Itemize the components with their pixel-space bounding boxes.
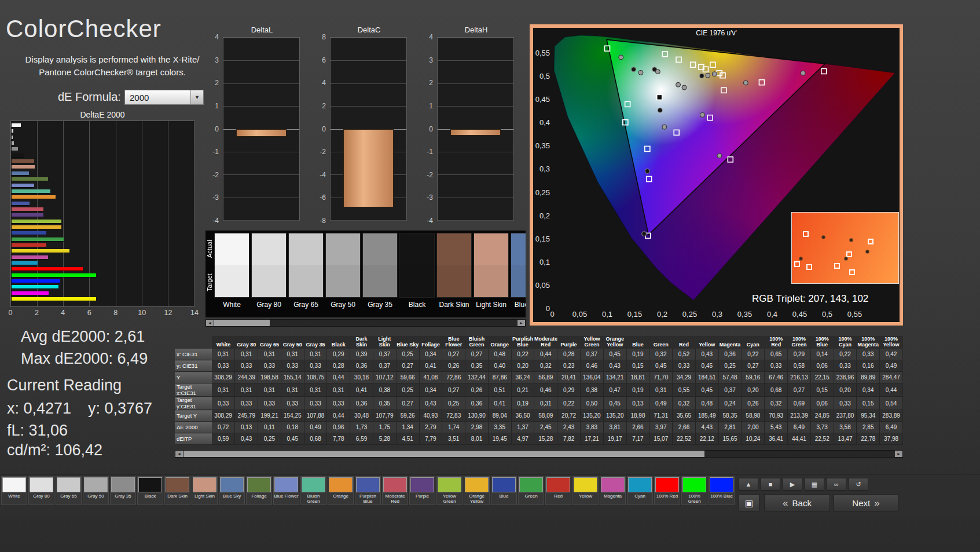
deltae-bar-foliage bbox=[12, 177, 48, 181]
deltaC-chart: DeltaC 86420-2-4-6-8 bbox=[315, 25, 413, 235]
table-cell: 0,51 bbox=[488, 383, 511, 397]
patch-button-white[interactable]: White bbox=[1, 476, 27, 505]
target-swatch bbox=[325, 265, 361, 298]
table-column-header: Dark Skin bbox=[350, 336, 373, 349]
patch-button-light-skin[interactable]: Light Skin bbox=[192, 476, 218, 505]
table-cell: 0,20 bbox=[742, 383, 765, 397]
table-cell: 5,28 bbox=[373, 433, 396, 445]
patch-button-yellow[interactable]: Yellow bbox=[572, 476, 599, 505]
table-column-header: Yellow Green bbox=[581, 336, 604, 349]
patch-button-blue[interactable]: Blue bbox=[491, 476, 517, 505]
axis-tick-label: 0,2 bbox=[651, 310, 674, 319]
patch-button-100pct-blue[interactable]: 100% Blue bbox=[709, 476, 735, 505]
scroll-left-arrow-icon[interactable]: ◄ bbox=[175, 451, 183, 457]
patch-button-gray-50[interactable]: Gray 50 bbox=[83, 476, 109, 505]
table-cell: 0,45 bbox=[281, 433, 304, 445]
patch-color-chip bbox=[166, 477, 189, 492]
gridline bbox=[438, 106, 513, 107]
measured-marker bbox=[706, 73, 710, 78]
table-cell: 1,75 bbox=[373, 422, 396, 433]
patch-button-yellow-green[interactable]: Yellow Green bbox=[436, 476, 463, 505]
table-cell: 2,98 bbox=[465, 422, 489, 433]
refresh-button[interactable]: ↺ bbox=[849, 478, 868, 491]
swatch-label: Light Skin bbox=[474, 301, 509, 309]
table-cell: 3,97 bbox=[649, 422, 673, 433]
table-cell: 0,33 bbox=[304, 397, 327, 410]
patch-color-chip bbox=[356, 477, 380, 492]
description: Display analysis is performed with the X… bbox=[16, 53, 208, 79]
patch-button-moderate-red[interactable]: Moderate Red bbox=[382, 476, 408, 505]
chevron-down-icon[interactable]: ▼ bbox=[190, 90, 203, 104]
table-cell: 0,46 bbox=[534, 383, 557, 397]
table-scrollbar[interactable]: ◄ ► bbox=[175, 450, 903, 458]
patch-button-blue-sky[interactable]: Blue Sky bbox=[219, 476, 245, 505]
patch-button-black[interactable]: Black bbox=[137, 476, 163, 505]
table-cell: 0,69 bbox=[788, 397, 811, 410]
table-cell: 0,35 bbox=[465, 360, 489, 372]
scroll-right-arrow-icon[interactable]: ► bbox=[895, 451, 902, 457]
table-column-header: Black bbox=[327, 336, 350, 349]
table-cell: 20,41 bbox=[557, 372, 581, 383]
measured-marker bbox=[645, 169, 649, 173]
stop-button[interactable]: ■ bbox=[761, 478, 780, 491]
patch-button-green[interactable]: Green bbox=[518, 476, 544, 505]
axis-tick-label: -3 bbox=[207, 193, 219, 202]
table-cell: 0,32 bbox=[534, 360, 557, 372]
patch-button-100pct-green[interactable]: 100% Green bbox=[681, 476, 707, 505]
patch-button-purple[interactable]: Purple bbox=[409, 476, 435, 505]
patch-button-foliage[interactable]: Foliage bbox=[246, 476, 272, 505]
table-cell: 0,22 bbox=[511, 349, 534, 360]
patch-button-gray-35[interactable]: Gray 35 bbox=[110, 476, 136, 505]
eject-button[interactable]: ▲ bbox=[739, 478, 758, 491]
table-cell: 30,18 bbox=[350, 372, 373, 383]
patch-button-orange[interactable]: Orange bbox=[328, 476, 354, 505]
inset-target-marker bbox=[806, 264, 812, 270]
patch-button-orange-yellow[interactable]: Orange Yellow bbox=[464, 476, 490, 505]
scrollbar-thumb[interactable] bbox=[183, 451, 704, 457]
patch-button-dark-skin[interactable]: Dark Skin bbox=[164, 476, 190, 505]
patch-button-100pct-red[interactable]: 100% Red bbox=[654, 476, 680, 505]
patch-button-red[interactable]: Red bbox=[545, 476, 571, 505]
table-cell: 18,81 bbox=[626, 372, 649, 383]
table-cell: 0,36 bbox=[465, 397, 489, 410]
table-cell: 0,45 bbox=[695, 383, 718, 397]
measured-marker bbox=[638, 70, 643, 75]
inset-target-marker bbox=[849, 269, 855, 275]
table-cell: 24,85 bbox=[810, 410, 834, 422]
patch-button-bluish-green[interactable]: Bluish Green bbox=[300, 476, 326, 505]
table-cell: 4,97 bbox=[511, 433, 534, 445]
table-cell: 19,45 bbox=[488, 433, 511, 445]
continuous-mode-button[interactable]: ∞ bbox=[827, 478, 846, 491]
table-cell: 56,89 bbox=[534, 372, 557, 383]
de-formula-dropdown[interactable]: 2000 ▼ bbox=[124, 90, 204, 105]
patch-color-chip bbox=[329, 477, 353, 492]
patch-button-cyan[interactable]: Cyan bbox=[627, 476, 653, 505]
scroll-left-arrow-icon[interactable]: ◄ bbox=[206, 320, 214, 326]
strip-scrollbar[interactable]: ◄ ► bbox=[205, 319, 526, 327]
next-button[interactable]: Next » bbox=[834, 494, 898, 511]
table-column-header: Light Skin bbox=[373, 336, 396, 349]
table-cell: 0,33 bbox=[235, 397, 258, 410]
table-cell: 0,33 bbox=[212, 397, 235, 410]
table-cell: 36,41 bbox=[765, 433, 788, 445]
back-button[interactable]: « Back bbox=[764, 494, 830, 511]
table-cell: 87,86 bbox=[488, 372, 511, 383]
patch-button-gray-80[interactable]: Gray 80 bbox=[28, 476, 54, 505]
axis-tick-label: 2 bbox=[421, 79, 433, 87]
patch-button-purplish-blue[interactable]: Purplish Blue bbox=[355, 476, 381, 505]
scrollbar-thumb[interactable] bbox=[214, 320, 270, 326]
table-cell: 0,31 bbox=[258, 349, 281, 360]
patch-button-magenta[interactable]: Magenta bbox=[600, 476, 626, 505]
pattern-window-button[interactable]: ▦ bbox=[805, 478, 824, 491]
gridline bbox=[223, 198, 299, 198]
scroll-right-arrow-icon[interactable]: ► bbox=[517, 320, 525, 326]
patch-button-gray-65[interactable]: Gray 65 bbox=[56, 476, 82, 505]
pattern-display-button[interactable]: ▣ bbox=[739, 494, 759, 511]
table-cell: 0,43 bbox=[603, 360, 626, 372]
target-swatch bbox=[214, 265, 249, 298]
table-cell: 36,50 bbox=[511, 410, 534, 422]
table-cell: 0,27 bbox=[742, 360, 765, 372]
chevrons-right-icon: » bbox=[874, 498, 879, 508]
play-button[interactable]: ▶ bbox=[783, 478, 802, 491]
patch-button-blue-flower[interactable]: Blue Flower bbox=[273, 476, 299, 505]
